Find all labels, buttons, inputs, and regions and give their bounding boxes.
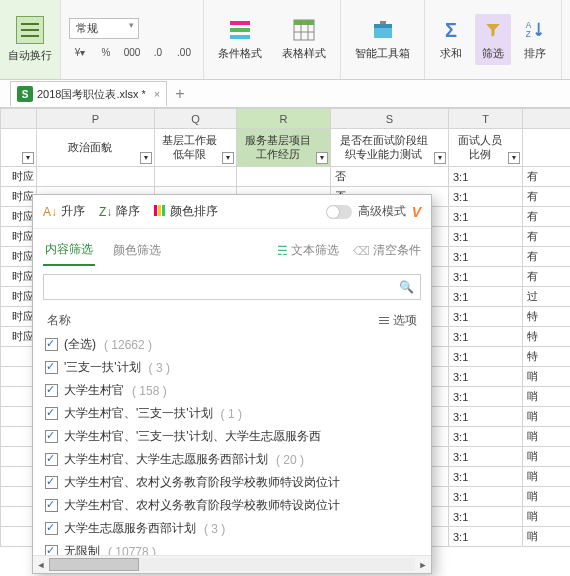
sort-button[interactable]: AZ 排序 bbox=[517, 14, 553, 65]
name-column-label: 名称 bbox=[47, 312, 71, 329]
svg-rect-10 bbox=[380, 21, 386, 24]
table-row[interactable]: 时应否3:1有 bbox=[1, 167, 571, 187]
filter-item[interactable]: 大学生村官、农村义务教育阶段学校教师特设岗位计 bbox=[43, 471, 421, 494]
scroll-right-icon[interactable]: ► bbox=[415, 556, 431, 573]
svg-text:A: A bbox=[526, 21, 532, 30]
new-tab-button[interactable]: + bbox=[175, 85, 184, 103]
col-header[interactable]: Q bbox=[155, 109, 237, 129]
filter-item-label: 无限制 bbox=[64, 543, 100, 555]
checkbox[interactable] bbox=[45, 407, 58, 420]
corner-cell[interactable] bbox=[1, 109, 37, 129]
checkbox[interactable] bbox=[45, 338, 58, 351]
text-filter-icon: ☴ bbox=[277, 244, 288, 258]
filter-dropdown-icon[interactable]: ▾ bbox=[434, 152, 446, 164]
col-header[interactable]: T bbox=[449, 109, 523, 129]
options-button[interactable]: 选项 bbox=[379, 312, 417, 329]
wrap-text-button[interactable]: 自动换行 bbox=[0, 0, 61, 79]
number-format-select[interactable]: 常规 bbox=[69, 18, 139, 39]
filter-item-label: '三支一扶'计划 bbox=[64, 359, 141, 376]
filter-item-label: 大学生村官、'三支一扶'计划、大学生志愿服务西 bbox=[64, 428, 321, 445]
filter-item[interactable]: 大学生村官、大学生志愿服务西部计划( 20 ) bbox=[43, 448, 421, 471]
filter-button[interactable]: 筛选 bbox=[475, 14, 511, 65]
filter-dropdown-icon[interactable]: ▾ bbox=[22, 152, 34, 164]
filter-item-label: (全选) bbox=[64, 336, 96, 353]
close-icon[interactable]: × bbox=[154, 88, 160, 100]
filter-dropdown-icon[interactable]: ▾ bbox=[316, 152, 328, 164]
filter-search-input[interactable] bbox=[50, 279, 399, 295]
advanced-mode-label: 高级模式 bbox=[358, 203, 406, 220]
filter-dropdown-icon[interactable]: ▾ bbox=[140, 152, 152, 164]
filter-item-list[interactable]: (全选)( 12662 )'三支一扶'计划( 3 )大学生村官( 158 )大学… bbox=[33, 333, 431, 555]
filter-dropdown-icon[interactable]: ▾ bbox=[508, 152, 520, 164]
excel-file-icon: S bbox=[17, 86, 33, 102]
percent-icon[interactable]: % bbox=[95, 43, 117, 61]
svg-rect-4 bbox=[294, 20, 314, 25]
sum-button[interactable]: Σ 求和 bbox=[433, 14, 469, 65]
filter-item-label: 大学生村官、农村义务教育阶段学校教师特设岗位计 bbox=[64, 474, 340, 491]
checkbox[interactable] bbox=[45, 453, 58, 466]
filter-item-label: 大学生村官、农村义务教育阶段学校教师特设岗位计 bbox=[64, 497, 340, 514]
filter-item[interactable]: 大学生志愿服务西部计划( 3 ) bbox=[43, 517, 421, 540]
checkbox[interactable] bbox=[45, 522, 58, 535]
sort-by-color-button[interactable]: 颜色排序 bbox=[154, 203, 218, 220]
inc-decimal-icon[interactable]: .0 bbox=[147, 43, 169, 61]
filter-dropdown-icon[interactable]: ▾ bbox=[222, 152, 234, 164]
svg-rect-9 bbox=[374, 24, 392, 28]
filter-cell-active[interactable]: 服务基层项目工作经历▾ bbox=[237, 129, 331, 167]
horizontal-scrollbar[interactable]: ◄ ► bbox=[33, 555, 431, 573]
conditional-format-button[interactable]: 条件格式 bbox=[212, 14, 268, 65]
checkbox[interactable] bbox=[45, 545, 58, 555]
filter-item-label: 大学生志愿服务西部计划 bbox=[64, 520, 196, 537]
number-format-group: 常规 ¥▾ % 000 .0 .00 bbox=[61, 0, 204, 79]
tab-content-filter[interactable]: 内容筛选 bbox=[43, 235, 95, 266]
clear-filter-button[interactable]: ⌫清空条件 bbox=[353, 242, 421, 259]
filter-cell[interactable]: 面试人员比例▾ bbox=[449, 129, 523, 167]
funnel-icon bbox=[481, 18, 505, 42]
sort-asc-button[interactable]: A↓ 升序 bbox=[43, 203, 85, 220]
filter-item[interactable]: 大学生村官、'三支一扶'计划、大学生志愿服务西 bbox=[43, 425, 421, 448]
checkbox[interactable] bbox=[45, 499, 58, 512]
checkbox[interactable] bbox=[45, 430, 58, 443]
filter-item[interactable]: (全选)( 12662 ) bbox=[43, 333, 421, 356]
wrap-text-label: 自动换行 bbox=[8, 48, 52, 63]
svg-rect-2 bbox=[230, 35, 250, 39]
filter-cell[interactable]: 是否在面试阶段组织专业能力测试▾ bbox=[331, 129, 449, 167]
file-tab[interactable]: S 2018国考职位表.xlsx * × bbox=[10, 81, 167, 106]
checkbox[interactable] bbox=[45, 476, 58, 489]
currency-icon[interactable]: ¥▾ bbox=[69, 43, 91, 61]
filter-cell[interactable]: 政治面貌▾ bbox=[37, 129, 155, 167]
dec-decimal-icon[interactable]: .00 bbox=[173, 43, 195, 61]
scrollbar-thumb[interactable] bbox=[49, 558, 139, 571]
filter-popup: A↓ 升序 Z↓ 降序 颜色排序 高级模式 V 内容筛选 颜色筛选 ☴文本筛选 … bbox=[32, 194, 432, 574]
sort-asc-icon: A↓ bbox=[43, 205, 57, 219]
file-tab-label: 2018国考职位表.xlsx * bbox=[37, 87, 146, 102]
edit-group: Σ 求和 筛选 AZ 排序 bbox=[425, 0, 562, 79]
filter-item-label: 大学生村官、'三支一扶'计划 bbox=[64, 405, 213, 422]
text-filter-button[interactable]: ☴文本筛选 bbox=[277, 242, 339, 259]
checkbox[interactable] bbox=[45, 384, 58, 397]
sort-desc-icon: Z↓ bbox=[99, 205, 112, 219]
checkbox[interactable] bbox=[45, 361, 58, 374]
filter-cell[interactable]: ▾ bbox=[1, 129, 37, 167]
filter-item[interactable]: 无限制( 10778 ) bbox=[43, 540, 421, 555]
sort-desc-button[interactable]: Z↓ 降序 bbox=[99, 203, 140, 220]
col-header[interactable]: R bbox=[237, 109, 331, 129]
filter-item[interactable]: 大学生村官( 158 ) bbox=[43, 379, 421, 402]
svg-text:Z: Z bbox=[526, 30, 531, 39]
comma-icon[interactable]: 000 bbox=[121, 43, 143, 61]
ribbon: 自动换行 常规 ¥▾ % 000 .0 .00 条件格式 表格样 bbox=[0, 0, 570, 80]
filter-item[interactable]: 大学生村官、'三支一扶'计划( 1 ) bbox=[43, 402, 421, 425]
col-header[interactable]: P bbox=[37, 109, 155, 129]
smart-toolbox-button[interactable]: 智能工具箱 bbox=[341, 0, 425, 79]
filter-item-label: 大学生村官 bbox=[64, 382, 124, 399]
filter-search[interactable]: 🔍 bbox=[43, 274, 421, 300]
col-header[interactable]: S bbox=[331, 109, 449, 129]
tab-color-filter[interactable]: 颜色筛选 bbox=[111, 236, 163, 265]
table-style-button[interactable]: 表格样式 bbox=[276, 14, 332, 65]
filter-cell[interactable]: 基层工作最低年限▾ bbox=[155, 129, 237, 167]
scroll-left-icon[interactable]: ◄ bbox=[33, 556, 49, 573]
svg-rect-1 bbox=[230, 28, 250, 32]
filter-item[interactable]: 大学生村官、农村义务教育阶段学校教师特设岗位计 bbox=[43, 494, 421, 517]
filter-item[interactable]: '三支一扶'计划( 3 ) bbox=[43, 356, 421, 379]
advanced-mode-toggle[interactable] bbox=[326, 205, 352, 219]
